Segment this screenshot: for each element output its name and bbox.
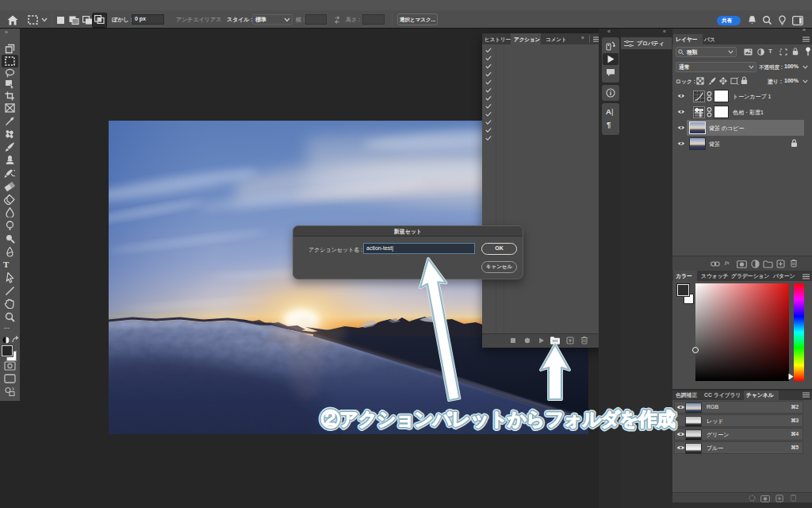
svg-text:②アクションパレットからフォルダを作成: ②アクションパレットからフォルダを作成	[321, 409, 676, 429]
